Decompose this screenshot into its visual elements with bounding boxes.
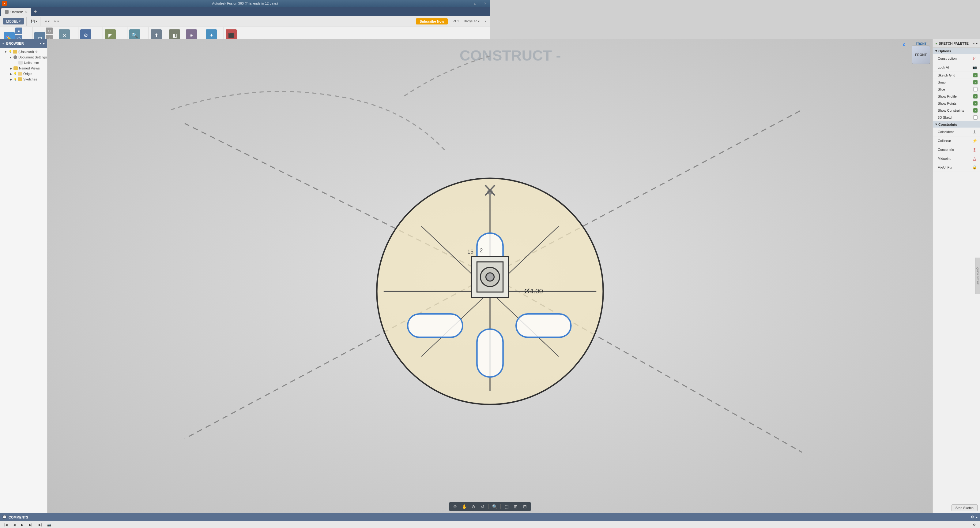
app-icon: F xyxy=(2,1,7,6)
clock-icon: ⏱ xyxy=(453,20,456,23)
docsettings-label: Document Settings xyxy=(18,55,47,59)
browser-units-item[interactable]: Units: mm xyxy=(0,60,47,65)
user-label: Dahye Ko xyxy=(464,20,477,23)
title-bar: F Autodesk Fusion 360 (Trial ends in 12 … xyxy=(0,0,490,7)
sketches-folder-icon xyxy=(18,78,22,81)
origin-expand-arrow[interactable]: ▶ xyxy=(10,72,13,76)
visibility-icon[interactable]: 💡 xyxy=(9,50,12,53)
browser-title: BROWSER xyxy=(6,41,24,45)
redo-icon: ↪ xyxy=(54,20,56,23)
root-expand-arrow[interactable]: ▾ xyxy=(5,50,9,54)
toolbar-save-group: 💾 ▾ xyxy=(28,17,40,26)
restore-button[interactable]: □ xyxy=(470,0,480,7)
docsettings-icon xyxy=(13,55,17,59)
help-button[interactable]: ? xyxy=(483,18,488,25)
tab-label: Untitled* xyxy=(10,10,23,14)
canvas-area[interactable]: CONSTRUCT - Ø4.00 xyxy=(48,39,490,264)
close-button[interactable]: ✕ xyxy=(480,0,490,7)
browser-sketches-item[interactable]: ▶ 💡 Sketches xyxy=(0,76,47,82)
user-menu[interactable]: Dahye Ko ▾ xyxy=(462,18,482,25)
root-label: (Unsaved) xyxy=(18,50,34,54)
save-button[interactable]: 💾 ▾ xyxy=(29,18,39,25)
svg-text:2: 2 xyxy=(480,247,483,254)
browser-origin-item[interactable]: ▶ 💡 Origin xyxy=(0,71,47,76)
sketches-visibility-icon[interactable]: 💡 xyxy=(13,78,17,81)
subscribe-button[interactable]: Subscribe Now xyxy=(416,18,447,24)
toolbar: MODEL ▾ 💾 ▾ ↩ ▾ ↪ ▾ Subscribe Now ⏱ 1 Da… xyxy=(0,16,490,27)
sketch-sub1[interactable]: ■ xyxy=(15,27,22,34)
undo-icon: ↩ xyxy=(45,20,47,23)
minimize-button[interactable]: — xyxy=(461,0,470,7)
window-controls: — □ ✕ xyxy=(461,0,490,7)
sketches-label: Sketches xyxy=(23,78,37,81)
root-folder-icon xyxy=(13,50,17,54)
sketches-expand-arrow[interactable]: ▶ xyxy=(10,78,13,81)
window-title: Autodesk Fusion 360 (Trial ends in 12 da… xyxy=(212,2,278,5)
browser-tree: ▾ 💡 (Unsaved) ⚙ ▾ Document Settings Unit… xyxy=(0,48,47,83)
tab-bar: Untitled* ✕ + xyxy=(0,7,490,16)
tab-close-icon[interactable]: ✕ xyxy=(25,10,27,14)
origin-folder-icon xyxy=(18,72,22,76)
toolbar-left-group: MODEL ▾ xyxy=(2,17,27,26)
new-tab-button[interactable]: + xyxy=(32,8,39,15)
toolbar-undoredo-group: ↩ ▾ ↪ ▾ xyxy=(41,17,62,26)
model-dropdown[interactable]: MODEL ▾ xyxy=(3,18,24,24)
help-icon: ? xyxy=(485,20,486,23)
namedviews-folder-icon xyxy=(13,67,18,70)
svg-text:15: 15 xyxy=(467,249,474,255)
save-icon: 💾 xyxy=(31,20,35,23)
docsettings-expand-arrow[interactable]: ▾ xyxy=(10,55,13,59)
clock-button[interactable]: ⏱ 1 xyxy=(452,18,461,25)
namedviews-expand-arrow[interactable]: ▶ xyxy=(10,67,13,70)
tab-untitled[interactable]: Untitled* ✕ xyxy=(1,8,31,16)
redo-button[interactable]: ↪ ▾ xyxy=(52,18,60,25)
browser-panel: « BROWSER ▪ ▸ ▾ 💡 (Unsaved) ⚙ ▾ Document… xyxy=(0,39,48,264)
undo-button[interactable]: ↩ ▾ xyxy=(43,18,51,25)
browser-docsettings-item[interactable]: ▾ Document Settings xyxy=(0,54,47,60)
root-settings-icon[interactable]: ⚙ xyxy=(35,50,38,53)
browser-pin-icon[interactable]: ▸ xyxy=(43,41,45,46)
units-label: Units: mm xyxy=(24,61,39,65)
svg-rect-14 xyxy=(477,262,490,264)
units-icon xyxy=(18,61,23,65)
tab-icon xyxy=(5,10,9,14)
browser-header[interactable]: « BROWSER ▪ ▸ xyxy=(0,39,47,48)
browser-namedviews-item[interactable]: ▶ Named Views xyxy=(0,65,47,71)
origin-visibility-icon[interactable]: 💡 xyxy=(13,72,17,75)
browser-collapse-icon[interactable]: ▪ xyxy=(40,41,41,45)
origin-label: Origin xyxy=(23,72,32,76)
namedviews-label: Named Views xyxy=(19,67,40,70)
sketch-canvas[interactable]: Ø4.00 15 2 xyxy=(48,39,490,264)
save-arrow: ▾ xyxy=(35,20,37,23)
create-sub1[interactable]: ⬡ xyxy=(46,27,52,34)
browser-expand-icon: « xyxy=(2,41,4,45)
browser-root-item[interactable]: ▾ 💡 (Unsaved) ⚙ xyxy=(0,49,47,54)
